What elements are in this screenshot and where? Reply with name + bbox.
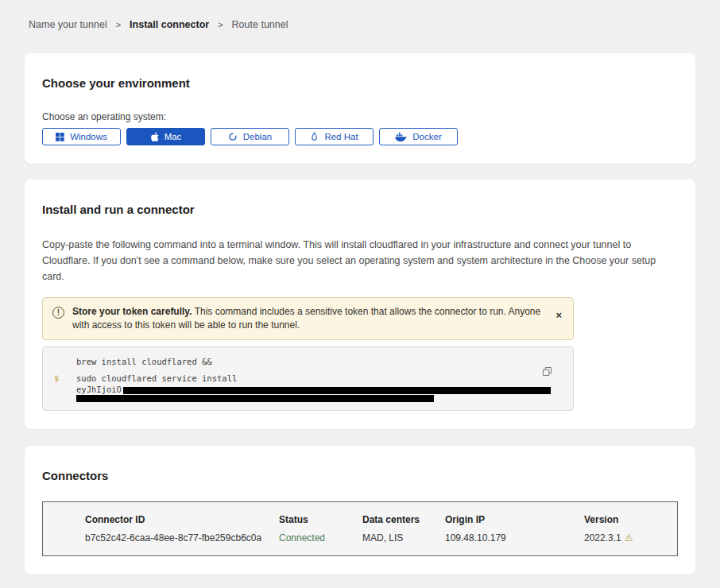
version-cell: 2022.3.1 ⚠ xyxy=(584,532,661,544)
os-button-windows[interactable]: Windows xyxy=(42,128,121,145)
breadcrumb: Name your tunnel > Install connector > R… xyxy=(0,0,720,30)
token-prefix: eyJhIjoiO xyxy=(76,385,122,394)
tunnel-setup-page: Name your tunnel > Install connector > R… xyxy=(0,0,720,588)
banner-close-button[interactable]: × xyxy=(555,310,562,320)
connectors-table: Connector ID Status Data centers Origin … xyxy=(42,501,678,556)
install-command-code-block: brew install cloudflared && $sudo cloudf… xyxy=(42,346,574,411)
os-select-label: Choose an operating system: xyxy=(42,111,678,122)
header-connector-id: Connector ID xyxy=(85,514,279,525)
alert-circle-icon: ! xyxy=(52,307,64,319)
os-button-group: Windows Mac Debian Red Hat xyxy=(42,128,678,145)
warning-text: Store your token carefully. This command… xyxy=(72,305,543,332)
connectors-card-title: Connectors xyxy=(42,469,678,482)
environment-card: Choose your environment Choose an operat… xyxy=(25,53,695,164)
os-button-docker[interactable]: Docker xyxy=(379,128,458,145)
header-origin-ip: Origin IP xyxy=(445,514,584,525)
copy-command-button[interactable] xyxy=(542,366,552,377)
breadcrumb-step-name-your-tunnel[interactable]: Name your tunnel xyxy=(29,19,107,30)
breadcrumb-step-route-tunnel[interactable]: Route tunnel xyxy=(232,19,288,30)
code-line-2-text: sudo cloudflared service install xyxy=(76,373,237,383)
warning-title: Store your token carefully. xyxy=(72,306,192,317)
copy-icon xyxy=(542,366,552,377)
install-card-title: Install and run a connector xyxy=(42,203,678,216)
token-warning-banner: ! Store your token carefully. This comma… xyxy=(42,297,574,340)
install-card-description: Copy-paste the following command into a … xyxy=(42,237,678,284)
install-connector-card: Install and run a connector Copy-paste t… xyxy=(25,180,695,429)
connectors-card: Connectors Connector ID Status Data cent… xyxy=(25,446,695,574)
breadcrumb-separator: > xyxy=(116,20,121,29)
os-button-label: Docker xyxy=(412,132,441,141)
header-version: Version xyxy=(584,514,661,525)
debian-swirl-icon xyxy=(228,132,238,141)
breadcrumb-separator: > xyxy=(218,20,223,29)
breadcrumb-step-install-connector[interactable]: Install connector xyxy=(130,19,209,30)
os-button-label: Windows xyxy=(70,132,107,141)
data-centers-cell: MAD, LIS xyxy=(362,532,445,544)
code-line-2: $sudo cloudflared service install xyxy=(54,373,562,384)
apple-icon xyxy=(150,132,159,142)
version-warning-icon: ⚠ xyxy=(625,533,633,543)
code-line-1: brew install cloudflared && xyxy=(54,356,562,367)
header-data-centers: Data centers xyxy=(362,514,445,525)
header-status: Status xyxy=(279,514,362,525)
redacted-token-bar xyxy=(76,395,434,402)
connectors-table-row: b7c52c42-6caa-48ee-8c77-fbe259cb6c0a Con… xyxy=(85,532,661,544)
os-button-redhat[interactable]: Red Hat xyxy=(295,128,374,145)
version-value: 2022.3.1 xyxy=(584,532,621,544)
os-button-label: Debian xyxy=(243,132,272,141)
status-badge: Connected xyxy=(279,532,362,544)
windows-icon xyxy=(56,133,64,141)
origin-ip-cell: 109.48.10.179 xyxy=(445,532,584,544)
environment-card-title: Choose your environment xyxy=(42,76,678,90)
redacted-token-bar xyxy=(123,387,551,394)
code-line-token: eyJhIjoiO xyxy=(54,384,562,395)
docker-whale-icon xyxy=(395,132,407,141)
os-button-label: Mac xyxy=(165,132,182,141)
connectors-table-header-row: Connector ID Status Data centers Origin … xyxy=(85,514,661,525)
shell-prompt: $ xyxy=(54,373,59,384)
os-button-debian[interactable]: Debian xyxy=(211,128,289,145)
connector-id-cell: b7c52c42-6caa-48ee-8c77-fbe259cb6c0a xyxy=(85,532,279,544)
redhat-linux-icon xyxy=(310,132,319,142)
os-button-mac[interactable]: Mac xyxy=(126,128,205,145)
os-button-label: Red Hat xyxy=(324,132,358,141)
